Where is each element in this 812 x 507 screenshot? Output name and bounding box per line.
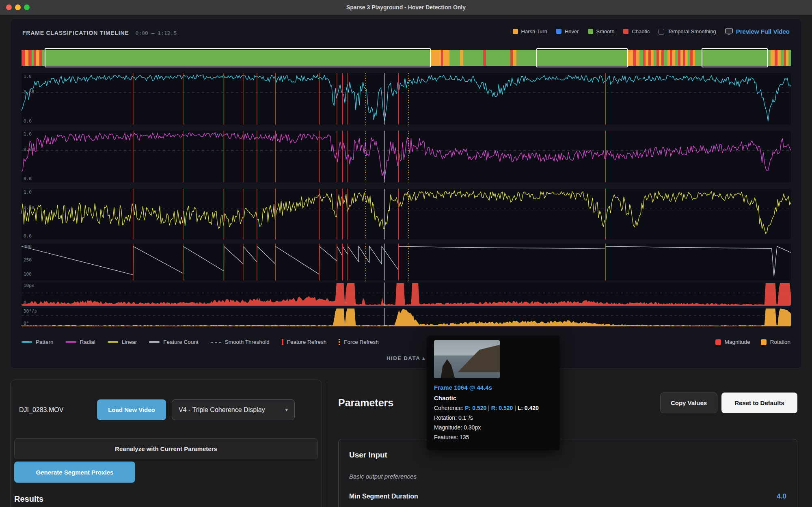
y-axis-label-bottom: 0° <box>24 321 29 326</box>
chart-magnitude[interactable]: 10px 0 <box>22 283 791 306</box>
timeline-segment[interactable] <box>702 50 768 66</box>
timeline-segment[interactable] <box>513 50 516 66</box>
legend-label: Chaotic <box>632 28 650 35</box>
timeline-segment[interactable] <box>463 50 483 66</box>
legend-label: Magnitude <box>725 339 750 345</box>
timeline-segment[interactable] <box>651 50 654 66</box>
timeline-segment[interactable] <box>45 50 431 66</box>
parameters-panel: Parameters Copy Values Reset to Defaults… <box>338 380 797 507</box>
timeline-segment[interactable] <box>771 50 774 66</box>
chart-radial[interactable]: 1.0 0.60 0.0 <box>22 131 791 182</box>
timeline-segment[interactable] <box>781 50 784 66</box>
chart-feature-count[interactable]: 400 250 100 <box>22 244 791 280</box>
timeline-time-range: 0:00 — 1:12.5 <box>136 30 177 36</box>
timeline-segment[interactable] <box>695 50 702 66</box>
classification-legend: Harsh Turn Hover Smooth Chaotic Temporal… <box>513 28 790 35</box>
reset-defaults-button[interactable]: Reset to Defaults <box>721 393 797 413</box>
timeline-segment[interactable] <box>768 50 771 66</box>
coherence-label: Coherence: <box>434 405 465 411</box>
legend-label: Harsh Turn <box>521 28 547 35</box>
legend-item-chaotic: Chaotic <box>623 28 650 35</box>
timeline-segment[interactable] <box>633 50 636 66</box>
timeline-segment[interactable] <box>25 50 28 66</box>
preview-full-video-link[interactable]: Preview Full Video <box>725 28 790 35</box>
rotation-swatch <box>761 339 767 345</box>
y-axis-label-mid: 0.60 <box>24 90 35 94</box>
timeline-segment[interactable] <box>636 50 639 66</box>
chart-rotation-plot <box>22 308 791 326</box>
classification-timeline[interactable] <box>22 50 791 66</box>
y-axis-label-bottom: 0.0 <box>24 119 32 123</box>
y-axis-label-bottom: 0.0 <box>24 177 32 181</box>
magnitude-swatch <box>715 339 721 345</box>
timeline-segment[interactable] <box>516 50 536 66</box>
copy-values-button[interactable]: Copy Values <box>660 393 717 413</box>
user-input-title: User Input <box>349 451 786 460</box>
chart-rotation[interactable]: 30°/s 0° <box>22 308 791 326</box>
generate-proxies-button[interactable]: Generate Segment Proxies <box>14 462 135 483</box>
display-mode-dropdown[interactable]: V4 - Triple Coherence Display ▾ <box>172 399 295 420</box>
video-filename: DJI_0283.MOV <box>19 406 97 414</box>
legend-item-radial: Radial <box>66 339 95 345</box>
timeline-segment[interactable] <box>460 50 463 66</box>
timeline-segment[interactable] <box>443 50 449 66</box>
timeline-segment[interactable] <box>688 50 691 66</box>
feature-refresh-bar-swatch <box>282 339 283 345</box>
y-axis-label-top: 400 <box>24 244 32 249</box>
smooth-swatch <box>588 29 593 34</box>
y-axis-label-mid: 0.60 <box>24 205 35 210</box>
timeline-segment[interactable] <box>28 50 32 66</box>
timeline-segment[interactable] <box>483 50 486 66</box>
timeline-segment[interactable] <box>22 50 25 66</box>
timeline-segment[interactable] <box>777 50 781 66</box>
timeline-segment[interactable] <box>431 50 441 66</box>
timeline-segment[interactable] <box>536 50 628 66</box>
frame-hover-tooltip: Frame 1064 @ 44.4s Chaotic Coherence: P:… <box>427 336 560 450</box>
timeline-segment[interactable] <box>639 50 643 66</box>
timeline-segment[interactable] <box>775 50 778 66</box>
timeline-segment[interactable] <box>39 50 43 66</box>
y-axis-label-mid: 250 <box>24 258 32 262</box>
legend-item-linear: Linear <box>108 339 137 345</box>
timeline-segment[interactable] <box>628 50 633 66</box>
timeline-segment[interactable] <box>654 50 657 66</box>
timeline-segment[interactable] <box>36 50 39 66</box>
timeline-segment[interactable] <box>680 50 683 66</box>
timeline-segment[interactable] <box>646 50 649 66</box>
force-refresh-dots-swatch <box>339 339 340 345</box>
y-axis-label-bottom: 0 <box>24 300 26 305</box>
timeline-segment[interactable] <box>788 50 791 66</box>
timeline-segment[interactable] <box>449 50 460 66</box>
parameters-header: Parameters Copy Values Reset to Defaults <box>338 393 797 413</box>
legend-item-feature-count: Feature Count <box>149 339 198 345</box>
window-title: Sparse 3 Playground - Hover Detection On… <box>346 4 466 11</box>
preview-link-label: Preview Full Video <box>736 28 790 35</box>
chart-legend-right: Magnitude Rotation <box>715 339 790 345</box>
timeline-segment[interactable] <box>672 50 675 66</box>
chart-pattern[interactable]: 1.0 0.60 0.0 <box>22 73 791 125</box>
reanalyze-button[interactable]: Reanalyze with Current Parameters <box>14 438 318 459</box>
chart-linear[interactable]: 1.0 0.60 0.0 <box>22 189 791 239</box>
timeline-segment[interactable] <box>664 50 667 66</box>
chart-linear-plot <box>22 189 791 239</box>
close-button[interactable] <box>6 4 12 10</box>
user-input-section: User Input Basic output preferences Min … <box>338 439 797 507</box>
hide-data-button[interactable]: HIDE DATA ▴ <box>11 355 801 361</box>
tooltip-rotation: Rotation: 0.1°/s <box>434 414 553 421</box>
temporal-smoothing-toggle[interactable]: Temporal Smoothing <box>659 28 716 35</box>
zoom-button[interactable] <box>24 4 30 10</box>
timeline-segment[interactable] <box>667 50 670 66</box>
smooth-threshold-dash-swatch <box>211 342 221 343</box>
tooltip-frame-label: Frame 1064 @ 44.4s <box>434 384 553 391</box>
timeline-segment[interactable] <box>675 50 678 66</box>
timeline-segment[interactable] <box>486 50 511 66</box>
chart-feature-count-plot <box>22 244 791 280</box>
minimize-button[interactable] <box>15 4 21 10</box>
y-axis-label-top: 1.0 <box>24 190 32 194</box>
temporal-smoothing-checkbox[interactable] <box>659 29 664 35</box>
thumbnail-rock-shape <box>441 359 458 378</box>
legend-label: Feature Refresh <box>287 339 327 345</box>
load-new-video-button[interactable]: Load New Video <box>97 399 166 420</box>
user-input-subtitle: Basic output preferences <box>349 473 786 480</box>
timeline-segment[interactable] <box>659 50 662 66</box>
